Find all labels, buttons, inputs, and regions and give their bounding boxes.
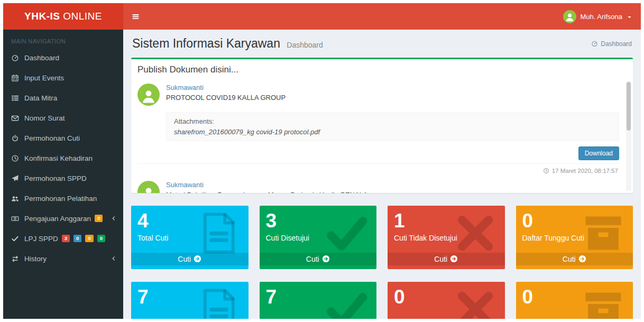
avatar <box>563 10 576 23</box>
stat-box-cuti-tidak-disetujui: 1 Cuti Tidak Disetujui Cuti <box>388 206 505 269</box>
stat-label: Daftar Tunggu Cuti <box>522 234 627 242</box>
status-badge: 0 <box>95 215 103 222</box>
stat-footer-link[interactable]: Cuti <box>131 253 249 265</box>
stat-footer-link[interactable]: Cuti <box>516 253 633 265</box>
stats-row-cuti: 4 Total Cuti Cuti 3 Cuti Disetujui <box>131 206 633 269</box>
exchange-icon <box>11 255 19 263</box>
list-icon <box>11 94 19 102</box>
stat-box: 0 <box>388 282 505 319</box>
sidebar-item-permohonan-pelatihan[interactable]: Permohonan Pelatihan <box>3 188 123 208</box>
arrow-circle-right-icon <box>194 255 201 263</box>
main-content: Sistem Informasi Karyawan Dashboard Dash… <box>123 30 641 319</box>
sidebar-item-pengajuan-anggaran[interactable]: Pengajuan Anggaran 0 <box>3 208 123 228</box>
sidebar: MAIN NAVIGATION Dashboard Input Events D… <box>3 30 123 319</box>
person-icon <box>565 12 575 22</box>
sidebar-item-data-mitra[interactable]: Data Mitra <box>3 88 123 108</box>
sidebar-item-label: Input Events <box>24 74 64 82</box>
money-icon <box>11 215 19 223</box>
top-navbar: YHK-IS ONLINE Muh. Arifsona <box>3 3 641 30</box>
status-badge: 0 <box>73 235 81 242</box>
stat-value: 4 <box>137 210 242 233</box>
attachment-filename: sharefrom_201600079_kg covid-19 protocol… <box>174 128 611 136</box>
clock-icon <box>543 168 549 174</box>
sidebar-item-lpj-sppd[interactable]: LPJ SPPD 3 0 0 0 <box>3 228 123 249</box>
stat-box: 7 <box>131 282 249 319</box>
dashboard-icon <box>591 40 598 47</box>
stat-box: 7 <box>260 282 377 319</box>
stat-footer-label: Cuti <box>434 255 447 263</box>
status-badge: 0 <box>97 235 105 242</box>
sidebar-item-konfirmasi-kehadiran[interactable]: Konfirmasi Kehadiran <box>3 148 123 168</box>
plane-icon <box>11 174 19 182</box>
angle-left-icon <box>111 255 117 262</box>
stat-label: Cuti Disetujui <box>266 234 371 242</box>
stat-label: Total Cuti <box>137 234 242 242</box>
sidebar-item-nomor-surat[interactable]: Nomor Surat <box>3 108 123 128</box>
stat-box-total-cuti: 4 Total Cuti Cuti <box>131 206 249 269</box>
arrow-circle-right-icon <box>578 255 586 263</box>
stat-value: 0 <box>522 286 627 309</box>
logo-rest-text: ONLINE <box>63 11 102 22</box>
post-title: PROTOCOL COVID19 KALLA GROUP <box>166 94 286 102</box>
list-item: Sukmawanti PROTOCOL COVID19 KALLA GROUP … <box>137 80 619 178</box>
post-author-link[interactable]: Sukmawanti <box>166 181 368 189</box>
page-subtitle: Dashboard <box>287 41 323 49</box>
sidebar-item-permohonan-sppd[interactable]: Permohonan SPPD <box>3 168 123 188</box>
sidebar-item-dashboard[interactable]: Dashboard <box>3 48 123 68</box>
sidebar-item-label: Data Mitra <box>24 94 57 102</box>
stat-box: 0 <box>516 282 633 319</box>
breadcrumb[interactable]: Dashboard <box>591 40 632 48</box>
stat-value: 0 <box>522 210 627 233</box>
users-icon <box>11 195 19 203</box>
download-button[interactable]: Download <box>578 146 619 160</box>
page-title-text: Sistem Informasi Karyawan <box>132 36 280 50</box>
page-title: Sistem Informasi Karyawan Dashboard <box>132 36 323 51</box>
publish-feed[interactable]: Sukmawanti PROTOCOL COVID19 KALLA GROUP … <box>131 79 633 193</box>
envelope-icon <box>11 114 19 122</box>
user-menu[interactable]: Muh. Arifsona <box>555 3 641 30</box>
sidebar-toggle-button[interactable] <box>123 3 148 30</box>
scrollbar-thumb[interactable] <box>627 82 631 131</box>
arrow-circle-right-icon <box>322 255 330 263</box>
stat-footer-label: Cuti <box>178 255 191 263</box>
sidebar-item-history[interactable]: History <box>3 249 123 269</box>
clock-icon <box>11 154 19 162</box>
sidebar-item-label: Permohonan SPPD <box>24 174 87 182</box>
status-badge: 3 <box>62 235 70 242</box>
scrollbar[interactable] <box>626 81 631 191</box>
status-badge: 0 <box>85 235 93 242</box>
sidebar-item-label: Permohonan Cuti <box>24 134 80 142</box>
arrow-circle-right-icon <box>450 255 458 263</box>
stats-row-sppd: 7 7 0 <box>131 282 633 319</box>
stat-footer-label: Cuti <box>306 255 319 263</box>
sidebar-item-input-events[interactable]: Input Events <box>3 68 123 88</box>
post-title: Materi Pelatihan Pengembangan Monev Berb… <box>166 191 368 193</box>
person-icon <box>141 88 157 104</box>
post-author-link[interactable]: Sukmawanti <box>166 84 286 91</box>
sidebar-item-label: Konfirmasi Kehadiran <box>24 154 93 162</box>
avatar <box>137 181 160 193</box>
stat-footer-link[interactable]: Cuti <box>388 253 505 265</box>
app-window: YHK-IS ONLINE Muh. Arifsona MAIN NAVIGAT… <box>3 3 641 319</box>
avatar <box>137 84 160 106</box>
user-name: Muh. Arifsona <box>581 13 623 21</box>
stat-footer-link[interactable]: Cuti <box>260 253 377 265</box>
check-icon <box>11 235 19 243</box>
stat-box-daftar-tunggu-cuti: 0 Daftar Tunggu Cuti Cuti <box>516 206 633 269</box>
stat-value: 7 <box>266 286 371 309</box>
sidebar-item-permohonan-cuti[interactable]: Permohonan Cuti <box>3 128 123 148</box>
stat-value: 3 <box>266 210 371 233</box>
calendar-icon <box>11 74 19 82</box>
publish-panel: Publish Dokumen disini... Sukmawanti PRO… <box>131 58 633 193</box>
dashboard-icon <box>11 54 19 62</box>
person-icon <box>141 186 157 194</box>
breadcrumb-label: Dashboard <box>601 40 632 48</box>
sidebar-item-label: LPJ SPPD <box>24 235 58 243</box>
app-logo[interactable]: YHK-IS ONLINE <box>3 3 123 30</box>
power-icon <box>11 134 19 142</box>
post-timestamp: 17 Maret 2020, 08:17:57 <box>137 163 619 178</box>
logo-bold-text: YHK-IS <box>24 11 60 22</box>
list-item: Sukmawanti Materi Pelatihan Pengembangan… <box>137 178 619 193</box>
bars-icon <box>132 13 140 21</box>
sidebar-item-label: Nomor Surat <box>24 114 65 122</box>
